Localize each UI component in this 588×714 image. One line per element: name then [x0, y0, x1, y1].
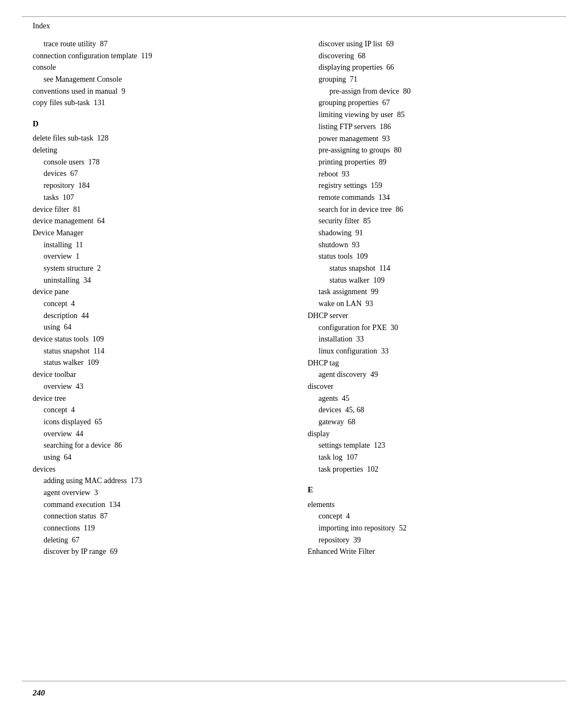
index-entry: printing properties 89	[308, 156, 555, 168]
index-entry: shutdown 93	[308, 239, 555, 251]
index-entry: devices 45, 68	[308, 404, 555, 416]
index-entry: searching for a device 86	[33, 440, 280, 451]
index-entry: devices	[33, 463, 280, 475]
index-entry: agent discovery 49	[308, 369, 555, 381]
index-entry: description 44	[33, 310, 280, 322]
index-entry: importing into repository 52	[308, 522, 555, 534]
index-entry: Device Manager	[33, 227, 280, 239]
bottom-rule	[22, 681, 566, 681]
index-entry: security filter 85	[308, 215, 555, 227]
index-entry: see Management Console	[33, 74, 280, 86]
index-entry: using 64	[33, 451, 280, 463]
right-column: discover using IP list 69discovering 68d…	[302, 38, 555, 670]
index-entry: console	[33, 62, 280, 74]
index-entry: connection status 87	[33, 510, 280, 522]
index-entry: trace route utility 87	[33, 38, 280, 50]
index-entry: discovering 68	[308, 50, 555, 62]
index-entry: configuration for PXE 30	[308, 322, 555, 334]
index-entry: display	[308, 428, 555, 440]
index-entry: device tree	[33, 393, 280, 405]
index-entry: discover	[308, 381, 555, 393]
page-header: Index	[33, 22, 50, 30]
index-entry: status walker 109	[308, 274, 555, 286]
index-entry: task log 107	[308, 451, 555, 463]
index-entry: status walker 109	[33, 357, 280, 369]
index-entry: task assignment 99	[308, 286, 555, 298]
index-entry: reboot 93	[308, 168, 555, 180]
top-rule	[22, 16, 566, 17]
index-entry: deleting	[33, 144, 280, 156]
index-entry: connections 119	[33, 522, 280, 534]
index-entry: remote commands 134	[308, 192, 555, 204]
index-entry: discover using IP list 69	[308, 38, 555, 50]
index-entry: using 64	[33, 321, 280, 333]
left-column: trace route utility 87connection configu…	[33, 38, 302, 670]
index-entry: shadowing 91	[308, 227, 555, 239]
index-entry: delete files sub-task 128	[33, 132, 280, 144]
index-entry: system structure 2	[33, 263, 280, 274]
index-entry: E	[308, 484, 555, 496]
index-entry: concept 4	[308, 510, 555, 522]
index-entry: power management 93	[308, 133, 555, 145]
index-entry: installation 33	[308, 333, 555, 345]
page-container: Index trace route utility 87connection c…	[0, 0, 588, 714]
index-entry: DHCP tag	[308, 357, 555, 369]
index-entry: task properties 102	[308, 463, 555, 475]
index-entry: device toolbar	[33, 369, 280, 381]
index-entry: adding using MAC address 173	[33, 475, 280, 487]
index-entry: listing FTP servers 186	[308, 121, 555, 133]
index-entry: registry settings 159	[308, 180, 555, 192]
index-entry: status snapshot 114	[33, 345, 280, 357]
content-area: trace route utility 87connection configu…	[33, 38, 555, 670]
index-entry: grouping 71	[308, 74, 555, 86]
page-footer: 240	[33, 688, 45, 698]
index-entry: tasks 107	[33, 192, 280, 204]
index-entry: device pane	[33, 286, 280, 298]
index-entry: pre-assigning to groups 80	[308, 144, 555, 156]
index-entry: linux configuration 33	[308, 345, 555, 357]
index-entry: deleting 67	[33, 534, 280, 546]
index-entry: device management 64	[33, 215, 280, 227]
index-entry: status tools 109	[308, 251, 555, 263]
index-entry: repository 184	[33, 180, 280, 192]
index-entry: settings template 123	[308, 440, 555, 451]
index-entry: concept 4	[33, 298, 280, 310]
index-entry: overview 1	[33, 251, 280, 263]
index-entry: agent overview 3	[33, 487, 280, 499]
index-entry: Enhanced Write Filter	[308, 546, 555, 558]
index-entry: installing 11	[33, 239, 280, 251]
index-entry: uninstalling 34	[33, 274, 280, 286]
index-entry: icons displayed 65	[33, 416, 280, 428]
index-entry: gateway 68	[308, 416, 555, 428]
index-entry: connection configuration template 119	[33, 50, 280, 62]
index-entry: conventions used in manual 9	[33, 86, 280, 97]
index-entry: search for in device tree 86	[308, 204, 555, 216]
index-entry: limiting viewing by user 85	[308, 109, 555, 121]
index-entry: elements	[308, 499, 555, 511]
index-entry: copy files sub-task 131	[33, 97, 280, 109]
index-entry: D	[33, 118, 280, 130]
page-number: 240	[33, 688, 45, 697]
index-entry: device status tools 109	[33, 333, 280, 345]
index-entry: devices 67	[33, 168, 280, 180]
index-entry: overview 44	[33, 428, 280, 440]
index-entry: command execution 134	[33, 499, 280, 511]
index-entry: concept 4	[33, 404, 280, 416]
index-entry: DHCP server	[308, 310, 555, 322]
index-entry: repository 39	[308, 534, 555, 546]
index-entry: displaying properties 66	[308, 62, 555, 74]
index-entry: console users 178	[33, 156, 280, 168]
index-entry: wake on LAN 93	[308, 298, 555, 310]
index-entry: agents 45	[308, 393, 555, 405]
header-title: Index	[33, 22, 50, 30]
index-entry: device filter 81	[33, 204, 280, 216]
index-entry: overview 43	[33, 381, 280, 393]
index-entry: pre-assign from device 80	[308, 86, 555, 97]
index-entry: discover by IP range 69	[33, 546, 280, 558]
index-entry: status snapshot 114	[308, 263, 555, 274]
index-entry: grouping properties 67	[308, 97, 555, 109]
